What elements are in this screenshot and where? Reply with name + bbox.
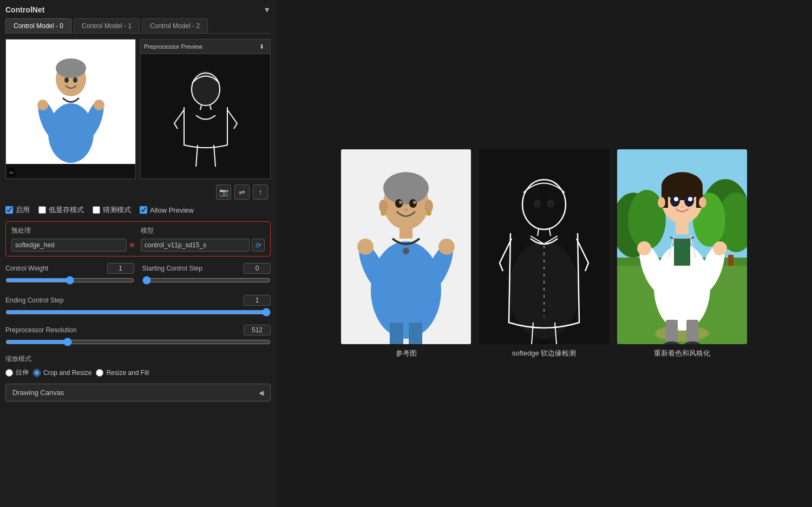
output-frame-2 [617,149,747,344]
output-images-row: 参考图 [341,149,747,358]
zoom-section-label: 缩放模式 [5,354,271,364]
low-vram-checkbox-item[interactable]: 低显存模式 [38,205,84,215]
source-image-display[interactable] [6,39,135,164]
drawing-canvas-arrow: ◀ [259,389,264,397]
low-vram-checkbox[interactable] [38,206,46,214]
model-section-label: 模型 [141,226,265,235]
swap-btn[interactable]: ⇌ [234,185,250,200]
upload-btn[interactable]: ↑ [253,185,268,200]
camera-btn[interactable]: 📷 [216,185,231,200]
control-weight-col: Control Weight 1 [5,263,134,286]
svg-rect-80 [686,320,698,344]
preprocessor-col: 预处理 softedge_hed ✳ [11,226,135,252]
model-refresh-btn[interactable]: ⟳ [252,239,265,252]
preprocessor-dropdown[interactable]: softedge_hed [11,239,127,252]
enable-checkbox[interactable] [5,206,13,214]
preview-label: Preprocessor Preview [144,43,202,50]
svg-point-31 [403,248,409,254]
preview-label-bar: Preprocessor Preview ⬇ [141,39,270,54]
ending-step-row: Ending Control Step 1 [5,295,271,306]
model-col: 模型 control_v11p_sd15_s ⟳ [141,226,265,252]
output-nurse-svg [341,149,471,344]
svg-point-24 [381,210,386,216]
guess-mode-label: 猜测模式 [103,205,131,215]
panel-collapse-arrow[interactable]: ▼ [263,5,271,14]
resize-fill-radio-item[interactable]: Resize and Fill [96,369,149,377]
preprocessor-model-row: 预处理 softedge_hed ✳ 模型 control_v11p_sd15_… [11,226,265,252]
resolution-value: 512 [244,325,271,335]
ending-step-label: Ending Control Step [5,297,63,304]
ending-step-value: 1 [244,295,271,306]
resize-fill-radio[interactable] [96,369,103,377]
crop-resize-radio-item[interactable]: Crop and Resize [33,369,91,377]
preview-download-btn[interactable]: ⬇ [256,41,267,52]
preprocessor-dropdown-row: softedge_hed ✳ [11,239,135,252]
svg-point-36 [404,208,408,212]
allow-preview-checkbox-item[interactable]: Allow Preview [140,206,194,214]
resolution-slider[interactable] [5,338,271,346]
preprocessor-model-section: 预处理 softedge_hed ✳ 模型 control_v11p_sd15_… [5,221,271,256]
svg-rect-74 [676,222,689,234]
svg-point-6 [37,100,48,110]
stretch-label: 拉伸 [16,368,29,377]
tab-control-model-2[interactable]: Control Model - 2 [142,18,208,33]
guess-mode-checkbox[interactable] [93,206,100,214]
svg-rect-38 [409,322,422,344]
preprocessor-section-label: 预处理 [11,226,135,235]
stretch-radio-item[interactable]: 拉伸 [5,368,29,377]
crop-resize-label: Crop and Resize [43,369,91,377]
starting-step-value: 0 [244,263,271,274]
svg-point-34 [399,201,402,204]
svg-point-8 [64,77,69,83]
allow-preview-checkbox[interactable] [140,206,147,214]
control-weight-label: Control Weight [5,265,48,272]
dual-slider-row: Control Weight 1 Starting Control Step 0 [5,263,271,286]
svg-point-43 [534,199,541,208]
svg-point-35 [413,201,416,204]
svg-point-7 [94,100,104,110]
stretch-radio[interactable] [5,369,13,377]
svg-rect-58 [728,255,734,266]
output-frame-1 [479,149,609,344]
allow-preview-label: Allow Preview [150,206,194,214]
svg-rect-62 [674,239,690,266]
resize-fill-label: Resize and Fill [106,369,149,377]
resolution-row: Preprocessor Resolution 512 [5,325,271,335]
output-col-0: 参考图 [341,149,471,358]
source-image-extra-btn[interactable]: ✂ [8,168,15,177]
ending-step-section: Ending Control Step 1 [5,295,271,318]
drawing-canvas-row[interactable]: Drawing Canvas ◀ [5,384,271,401]
starting-step-label: Starting Control Step [142,265,202,272]
control-weight-row: Control Weight 1 [5,263,134,274]
svg-point-30 [438,239,455,255]
guess-mode-checkbox-item[interactable]: 猜测模式 [93,205,131,215]
svg-rect-79 [666,320,678,344]
resolution-section: Preprocessor Resolution 512 [5,325,271,348]
output-label-1: softedge 软边缘检测 [512,348,577,358]
preview-image-display [141,54,270,179]
checkboxes-row: 启用 低显存模式 猜测模式 Allow Preview [5,205,271,215]
images-row: ⊞ 图像 ↺ ✕ [5,39,271,179]
crop-resize-radio[interactable] [33,369,41,377]
resolution-label: Preprocessor Resolution [5,326,76,334]
starting-step-row: Starting Control Step 0 [142,263,271,274]
ending-step-slider[interactable] [5,308,271,317]
svg-point-44 [547,199,554,208]
zoom-radio-row: 拉伸 Crop and Resize Resize and Fill [5,368,271,377]
svg-rect-37 [390,322,403,344]
output-frame-0 [341,149,471,344]
star-icon: ✳ [129,241,135,249]
model-dropdown[interactable]: control_v11p_sd15_s [141,239,250,252]
control-weight-slider[interactable] [5,276,134,285]
svg-point-72 [688,197,692,201]
output-anime-svg [617,149,747,344]
drawing-canvas-label: Drawing Canvas [12,389,64,397]
starting-step-col: Starting Control Step 0 [142,263,271,286]
tab-control-model-1[interactable]: Control Model - 1 [74,18,140,33]
low-vram-label: 低显存模式 [49,205,84,215]
tab-control-model-0[interactable]: Control Model - 0 [5,18,71,33]
enable-checkbox-item[interactable]: 启用 [5,205,30,215]
output-col-2: 重新着色和风格化 [617,149,747,358]
panel-header: ControlNet ▼ [5,5,271,14]
starting-step-slider[interactable] [142,276,271,285]
